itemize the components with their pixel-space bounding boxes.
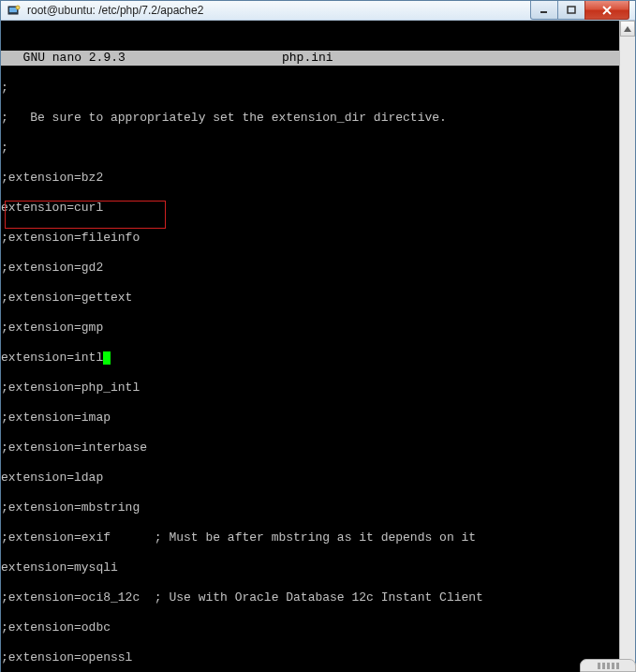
handle-bar xyxy=(616,663,619,669)
svg-point-3 xyxy=(16,6,20,9)
file-line: ; xyxy=(1,81,619,96)
scroll-up-button[interactable] xyxy=(620,21,635,37)
app-icon xyxy=(7,3,22,18)
file-line: ;extension=exif ; Must be after mbstring… xyxy=(1,530,619,545)
terminal-area: GNU nano 2.9.3php.ini ; ; Be sure to app… xyxy=(1,21,635,672)
window-title: root@ubuntu: /etc/php/7.2/apache2 xyxy=(27,4,531,17)
file-line: extension=curl xyxy=(1,201,619,216)
file-line: ;extension=gettext xyxy=(1,291,619,306)
svg-rect-5 xyxy=(568,7,575,13)
title-bar[interactable]: root@ubuntu: /etc/php/7.2/apache2 xyxy=(1,1,635,21)
handle-bar xyxy=(612,663,614,669)
nano-app-label: GNU nano 2.9.3 xyxy=(1,51,282,66)
file-line: ;extension=odbc xyxy=(1,620,619,635)
handle-bar xyxy=(607,663,610,669)
file-line: ;extension=openssl xyxy=(1,650,619,665)
scrollbar[interactable] xyxy=(619,21,635,672)
file-line: ;extension=gd2 xyxy=(1,261,619,276)
file-line: extension=mysqli xyxy=(1,560,619,575)
handle-bar xyxy=(598,663,600,669)
file-line: ; xyxy=(1,141,619,156)
file-line: ;extension=fileinfo xyxy=(1,231,619,246)
file-line: ; Be sure to appropriately set the exten… xyxy=(1,111,619,126)
file-line: ;extension=interbase xyxy=(1,441,619,455)
maximize-button[interactable] xyxy=(557,1,585,20)
nano-header: GNU nano 2.9.3php.ini xyxy=(1,51,619,66)
minimize-button[interactable] xyxy=(530,1,558,20)
file-line: ;extension=bz2 xyxy=(1,171,619,186)
close-button[interactable] xyxy=(584,1,629,20)
file-line: ;extension=oci8_12c ; Use with Oracle Da… xyxy=(1,590,619,605)
file-line: ;extension=php_intl xyxy=(1,381,619,396)
scroll-track[interactable] xyxy=(620,37,635,672)
window-controls xyxy=(531,1,635,20)
svg-rect-2 xyxy=(11,14,15,15)
file-text: extension=intl xyxy=(1,351,103,365)
context-handle[interactable] xyxy=(580,659,636,672)
putty-window: root@ubuntu: /etc/php/7.2/apache2 GNU na… xyxy=(0,0,636,672)
terminal[interactable]: GNU nano 2.9.3php.ini ; ; Be sure to app… xyxy=(1,21,619,672)
cursor xyxy=(103,351,111,365)
file-line: ;extension=gmp xyxy=(1,321,619,336)
nano-filename: php.ini xyxy=(282,51,619,66)
file-line: ;extension=imap xyxy=(1,411,619,426)
file-line: extension=intl xyxy=(1,351,619,366)
file-line: ;extension=mbstring xyxy=(1,500,619,515)
svg-marker-8 xyxy=(624,26,631,32)
handle-bar xyxy=(602,663,605,669)
file-line: extension=ldap xyxy=(1,470,619,485)
